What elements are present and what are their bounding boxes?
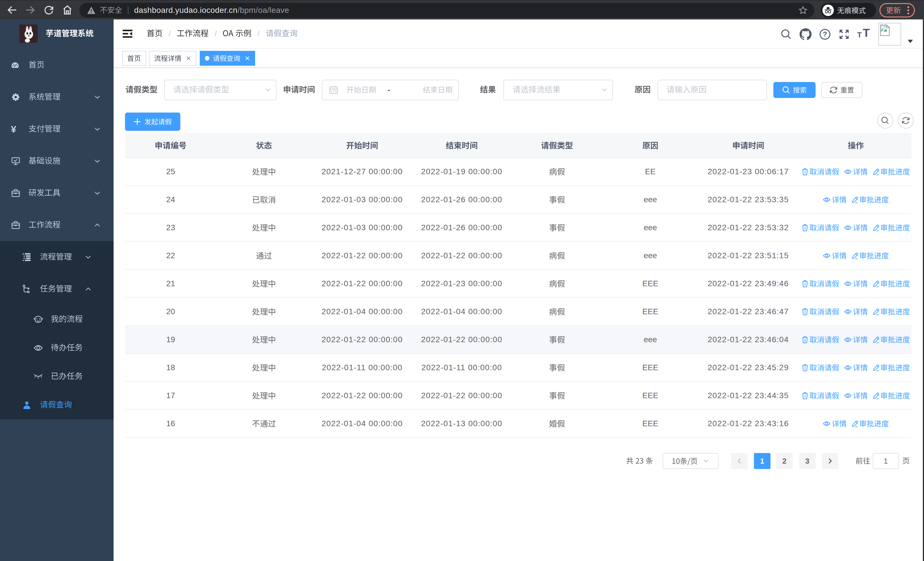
svg-text:?: ? — [823, 30, 827, 38]
